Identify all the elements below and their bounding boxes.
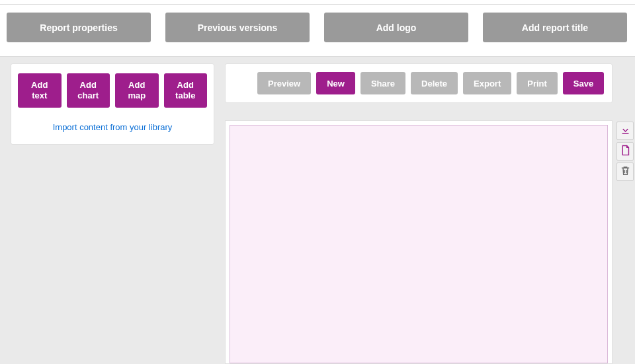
side-tools [616,122,634,181]
export-button[interactable]: Export [463,72,511,94]
preview-button[interactable]: Preview [257,72,311,94]
main-column: Preview New Share Delete Export Print Sa… [225,63,613,364]
canvas-container [225,120,613,364]
add-logo-button[interactable]: Add logo [324,13,468,42]
top-toolbar: Report properties Previous versions Add … [7,13,635,42]
top-divider [0,4,635,5]
save-button[interactable]: Save [563,72,604,94]
report-canvas[interactable] [230,125,608,363]
page-icon [620,145,631,158]
page-tool-button[interactable] [616,142,634,161]
add-chart-button[interactable]: Add chart [67,73,110,108]
add-table-button[interactable]: Add table [164,73,208,108]
add-table-label: Add table [175,80,195,102]
share-button[interactable]: Share [360,72,405,94]
download-arrow-icon [620,124,631,137]
workspace: Add text Add chart Add map Add table Imp… [0,56,635,364]
add-content-row: Add text Add chart Add map Add table [18,73,207,108]
add-text-button[interactable]: Add text [18,73,62,108]
add-report-title-button[interactable]: Add report title [483,13,627,42]
print-button[interactable]: Print [517,72,558,94]
add-map-label: Add map [128,80,146,102]
trash-icon [620,165,631,178]
download-tool-button[interactable] [616,122,634,140]
left-panel: Add text Add chart Add map Add table Imp… [11,63,214,145]
add-map-button[interactable]: Add map [115,73,159,108]
action-panel: Preview New Share Delete Export Print Sa… [225,63,613,103]
report-properties-button[interactable]: Report properties [7,13,151,42]
add-chart-label: Add chart [77,80,99,102]
delete-button[interactable]: Delete [411,72,458,94]
import-content-link[interactable]: Import content from your library [18,122,207,132]
add-text-label: Add text [31,80,48,102]
trash-tool-button[interactable] [616,163,634,181]
svg-rect-0 [622,133,628,133]
new-button[interactable]: New [316,72,355,94]
previous-versions-button[interactable]: Previous versions [165,13,310,42]
action-row: Preview New Share Delete Export Print Sa… [257,72,604,94]
